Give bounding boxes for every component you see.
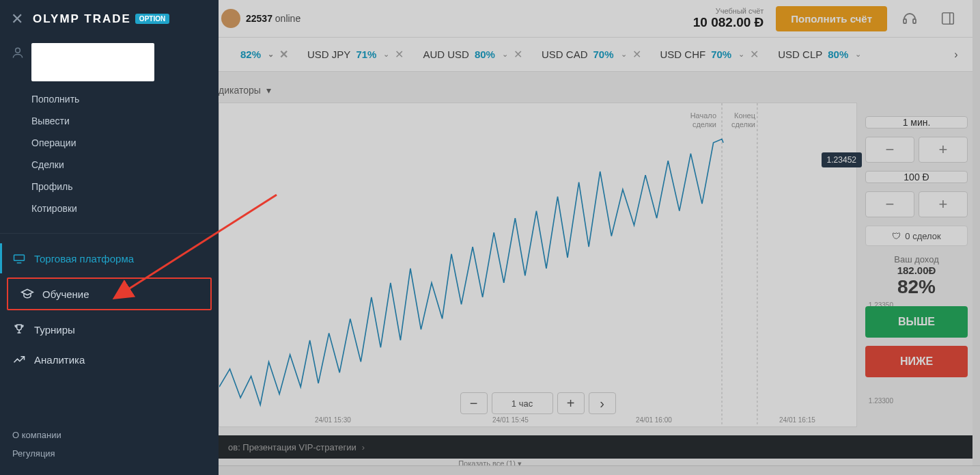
timeframe-control: − 1 час + ›: [460, 392, 616, 414]
trade-panel: 1 мин. − + 100 Ð − + 🛡 0 сделок Ваш дохо…: [865, 116, 968, 377]
close-icon[interactable]: ✕: [750, 48, 759, 61]
amount-input[interactable]: 100 Ð: [865, 171, 968, 183]
logo[interactable]: OLYMP TRADE OPTION: [33, 12, 169, 26]
duration-plus[interactable]: +: [919, 137, 968, 163]
deposit-button[interactable]: Пополнить счёт: [776, 6, 887, 31]
footer-regulation[interactable]: Регуляция: [12, 444, 206, 463]
duration-minus[interactable]: −: [865, 137, 914, 163]
y-tick: 1.23300: [869, 397, 893, 405]
indicators-dropdown[interactable]: дикаторы ▾: [219, 81, 271, 100]
menu-quotes[interactable]: Котировки: [31, 198, 219, 219]
amount-minus[interactable]: −: [865, 191, 914, 217]
buy-up-button[interactable]: ВЫШЕ: [865, 306, 968, 338]
close-icon[interactable]: ✕: [632, 48, 641, 61]
amount-plus[interactable]: +: [919, 191, 968, 217]
x-tick: 24/01 15:45: [492, 416, 529, 424]
tf-label[interactable]: 1 час: [492, 392, 553, 414]
sidebar-item-tournaments[interactable]: Турниры: [0, 314, 219, 344]
tf-zoom-out[interactable]: −: [460, 392, 488, 414]
tf-zoom-in[interactable]: +: [557, 392, 585, 414]
user-card[interactable]: [31, 43, 154, 81]
sidebar-item-analytics[interactable]: Аналитика: [0, 344, 219, 375]
close-icon[interactable]: ✕: [514, 48, 522, 61]
close-icon[interactable]: ✕: [395, 48, 404, 61]
x-tick: 24/01 16:15: [779, 416, 815, 424]
tab-pair-0[interactable]: 82%⌄✕: [225, 38, 298, 71]
svg-rect-2: [942, 13, 954, 25]
support-icon[interactable]: [894, 3, 925, 34]
pair-tabs: 82%⌄✕ USD JPY71%⌄✕ AUD USD80%⌄✕ USD CAD7…: [219, 38, 973, 72]
education-icon: [20, 287, 34, 301]
x-tick: 24/01 15:30: [315, 416, 351, 424]
svg-point-6: [16, 48, 20, 53]
sidebar-item-education[interactable]: Обучение: [7, 277, 212, 310]
close-icon[interactable]: ✕: [11, 10, 23, 28]
vertical-scrollbar[interactable]: [972, 0, 980, 465]
tab-pair-4[interactable]: USD CHF70%⌄✕: [651, 38, 769, 71]
svg-rect-0: [904, 19, 906, 23]
price-chart[interactable]: Началосделки Конецсделки 1.23452 1.23400…: [219, 103, 857, 427]
trophy-icon: [12, 323, 26, 336]
account-balance[interactable]: Учебный счёт 10 082.00 Ð: [693, 7, 764, 30]
menu-operations[interactable]: Операции: [31, 132, 219, 154]
menu-profile[interactable]: Профиль: [31, 176, 219, 198]
current-price-flag: 1.23452: [822, 152, 862, 167]
menu-withdraw[interactable]: Вывести: [31, 110, 219, 132]
x-tick: 24/01 16:00: [636, 416, 672, 424]
analytics-icon: [12, 353, 26, 366]
avatar[interactable]: [221, 9, 240, 28]
user-icon: [11, 46, 25, 62]
buy-down-button[interactable]: НИЖЕ: [865, 346, 968, 377]
income-display: Ваш доход 182.00Ð 82%: [865, 254, 968, 298]
deal-end-label: Конецсделки: [731, 111, 755, 129]
footer-about[interactable]: О компании: [12, 426, 206, 444]
tabs-next-icon[interactable]: ›: [946, 44, 966, 65]
account-menu: Пополнить Вывести Операции Сделки Профил…: [0, 84, 219, 229]
shield-icon: 🛡: [892, 231, 901, 241]
close-icon[interactable]: ✕: [279, 48, 288, 61]
tab-pair-5[interactable]: USD CLP80%⌄: [768, 38, 871, 71]
platform-icon: [12, 252, 26, 265]
sidebar-item-platform[interactable]: Торговая платформа: [0, 243, 219, 273]
tab-pair-3[interactable]: USD CAD70%⌄✕: [532, 38, 651, 71]
deal-start-label: Началосделки: [690, 111, 716, 129]
svg-rect-7: [14, 255, 25, 260]
svg-rect-1: [913, 19, 916, 23]
tf-next[interactable]: ›: [589, 392, 616, 414]
menu-deposit[interactable]: Пополнить: [31, 88, 219, 110]
main-sidebar: ✕ OLYMP TRADE OPTION Пополнить Вывести О…: [0, 0, 219, 475]
menu-trades[interactable]: Сделки: [31, 154, 219, 176]
online-count: 22537 online: [246, 13, 300, 24]
tab-pair-1[interactable]: USD JPY71%⌄✕: [298, 38, 413, 71]
news-strip[interactable]: ов: Презентация VIP-стратегии›: [219, 435, 973, 459]
duration-input[interactable]: 1 мин.: [865, 116, 968, 128]
tab-pair-2[interactable]: AUD USD80%⌄✕: [413, 38, 532, 71]
layout-icon[interactable]: [932, 3, 964, 34]
open-trades[interactable]: 🛡 0 сделок: [865, 226, 968, 246]
